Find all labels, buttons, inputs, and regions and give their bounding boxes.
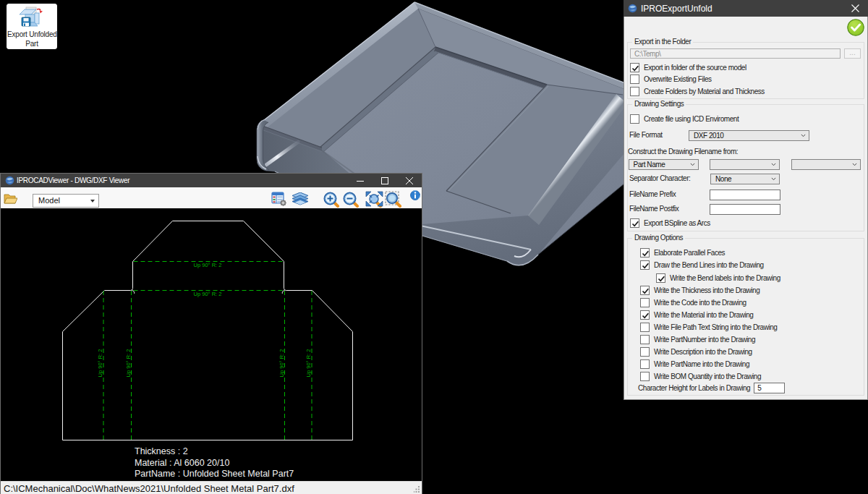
filename-part-combo-3[interactable] [791, 159, 861, 170]
check-mark-icon [641, 249, 650, 258]
checkbox-box [656, 273, 665, 283]
check-mark-icon [631, 219, 640, 229]
separator-value: None [715, 175, 731, 183]
checkbox-write-description[interactable]: Write Description into the Drawing [640, 347, 752, 357]
viewer-minimize-button[interactable] [348, 174, 373, 187]
file-format-value: DXF 2010 [694, 132, 723, 140]
checkbox-write-material[interactable]: Write the Material into the Drawing [640, 310, 753, 320]
separator-character-label: Separator Character: [629, 174, 690, 182]
checkbox-label: Export in folder of the source model [644, 64, 746, 72]
character-height-value: 5 [757, 384, 761, 392]
info-icon[interactable] [410, 190, 420, 200]
close-icon [406, 177, 413, 184]
unfolded-outline [63, 221, 353, 440]
viewer-titlebar[interactable]: IPROCADViewer - DWG/DXF Viewer [1, 174, 422, 187]
zoom-window-icon[interactable] [385, 191, 402, 208]
checkbox-box [640, 372, 650, 381]
checkbox-bspline-as-arcs[interactable]: Export BSpline as Arcs [630, 218, 710, 228]
file-format-label: File Format [629, 131, 663, 139]
checkbox-icd-environment[interactable]: Create file using ICD Enviroment [630, 114, 739, 124]
checkbox-write-partnumber[interactable]: Write PartNumber into the Drawing [640, 335, 755, 344]
checkbox-label: Write PartNumber into the Drawing [654, 336, 755, 344]
viewer-maximize-button[interactable] [373, 174, 397, 187]
filename-postfix-label: FileName Postfix [629, 205, 678, 213]
group-drawing-options-label: Drawing Options [632, 234, 685, 242]
drawing-annotations: Thickness : 2 Material : Al 6060 20/10 P… [135, 446, 294, 479]
folder-path-field[interactable]: C:\Temp\ [630, 48, 841, 59]
checkbox-box [630, 218, 639, 228]
checkbox-box [640, 248, 650, 257]
checkbox-box [640, 335, 650, 344]
open-folder-icon[interactable] [4, 192, 17, 205]
checkbox-label: Write BOM Quantity into the Drawing [654, 372, 761, 380]
model-combo-value: Model [38, 196, 60, 205]
checkbox-box [630, 87, 639, 96]
checkbox-label: Create Folders by Material and Thickness [644, 88, 765, 95]
browse-button[interactable]: ... [844, 48, 861, 59]
checkbox-write-code[interactable]: Write the Code into the Drawing [640, 298, 746, 307]
filename-part-combo-2[interactable] [710, 159, 780, 170]
export-unfold-dialog: IPROExportUnfold Export in the Folder C:… [624, 0, 868, 400]
filename-postfix-input[interactable] [710, 204, 780, 215]
folder-path-value: C:\Temp\ [634, 50, 660, 58]
checkbox-overwrite-existing[interactable]: Overwrite Existing Files [630, 74, 712, 84]
checkbox-label: Write File Path Text String into the Dra… [654, 323, 777, 331]
export-button-label-line2: Part [7, 40, 56, 48]
character-height-input[interactable]: 5 [754, 383, 785, 393]
checkbox-write-partname[interactable]: Write PartName into the Drawing [640, 359, 749, 369]
dialog-close-button[interactable] [843, 0, 867, 17]
chevron-down-icon [690, 162, 695, 167]
checkbox-write-file-path[interactable]: Write File Path Text String into the Dra… [640, 323, 777, 332]
minimize-icon [357, 177, 364, 184]
filename-prefix-input[interactable] [710, 189, 780, 200]
checkbox-box [640, 359, 650, 369]
check-mark-icon [657, 274, 666, 284]
zoom-extents-icon[interactable] [365, 191, 383, 208]
checkbox-export-source-folder[interactable]: Export in folder of the source model [630, 63, 746, 72]
resize-grip-icon[interactable] [414, 486, 420, 493]
export-unfolded-part-button[interactable]: Export Unfolded Part [7, 4, 57, 49]
zoom-out-icon[interactable] [343, 192, 359, 208]
properties-table-icon[interactable] [271, 192, 287, 206]
bend-label-top-2: Up 90° R: 2 [194, 291, 222, 297]
character-height-row: Character Height for Labels in Drawing 5 [638, 383, 785, 393]
close-icon [851, 4, 859, 12]
zoom-in-icon[interactable] [323, 192, 340, 208]
checkbox-draw-bend-lines[interactable]: Draw the Bend Lines into the Drawing [640, 260, 764, 270]
character-height-label: Character Height for Labels in Drawing [638, 384, 750, 392]
chevron-down-icon [90, 200, 95, 203]
filename-part-combo-1[interactable]: Part Name [629, 159, 699, 170]
checkbox-box [640, 298, 650, 307]
filename-part-combo-1-value: Part Name [634, 161, 665, 169]
chevron-down-icon [801, 133, 806, 138]
viewer-close-button[interactable] [397, 174, 422, 187]
checkbox-write-bom-quantity[interactable]: Write BOM Quantity into the Drawing [640, 372, 761, 381]
status-file-path: C:\ICMechanical\Doc\WhatNews2021\Unfolde… [4, 483, 294, 494]
ok-button[interactable] [847, 19, 864, 36]
file-format-combo[interactable]: DXF 2010 [689, 130, 809, 141]
checkbox-box [640, 286, 650, 295]
dialog-titlebar[interactable]: IPROExportUnfold [624, 0, 868, 17]
check-mark-icon [641, 261, 650, 271]
group-drawing-settings-label: Drawing Settings [632, 100, 686, 108]
model-combo[interactable]: Model [33, 194, 99, 208]
checkbox-label: Overwrite Existing Files [644, 75, 712, 83]
checkbox-label: Write the Code into the Drawing [654, 299, 746, 307]
checkbox-elaborate-parallel-faces[interactable]: Elaborate Parallel Faces [640, 248, 725, 257]
chevron-down-icon [771, 162, 776, 167]
dialog-app-icon [628, 4, 637, 13]
check-mark-icon [631, 64, 640, 73]
checkbox-write-bend-labels[interactable]: Write the Bend labels into the Drawing [656, 273, 780, 283]
checkbox-write-thickness[interactable]: Write the Thickness into the Drawing [640, 286, 760, 295]
checkbox-label: Write the Material into the Drawing [654, 311, 753, 319]
separator-combo[interactable]: None [710, 174, 780, 184]
checkbox-create-folders-material[interactable]: Create Folders by Material and Thickness [630, 87, 765, 96]
viewer-app-icon [5, 176, 14, 185]
group-export-folder-label: Export in the Folder [632, 38, 693, 46]
viewer-statusbar: C:\ICMechanical\Doc\WhatNews2021\Unfolde… [1, 481, 422, 494]
viewer-canvas[interactable]: Up 90° R: 2 Up 90° R: 2 Up 90° R: 2 Up 9… [1, 208, 422, 481]
chevron-down-icon [852, 162, 857, 167]
checkbox-label: Write Description into the Drawing [654, 348, 752, 356]
layers-icon[interactable] [292, 192, 309, 206]
checkbox-label: Write the Thickness into the Drawing [654, 286, 760, 294]
